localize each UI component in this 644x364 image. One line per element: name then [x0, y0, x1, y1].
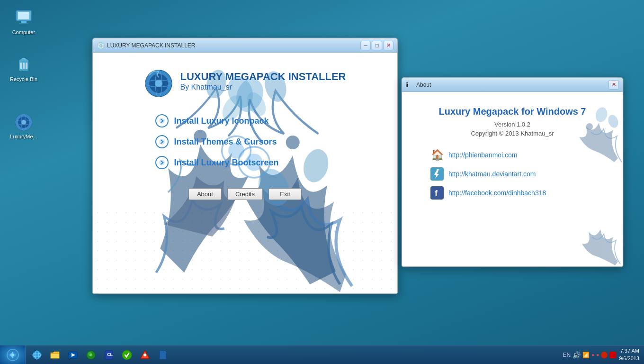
- installer-buttons: About Credits Exit: [188, 188, 302, 200]
- facebook-icon: f: [430, 186, 444, 200]
- recycle-bin-icon: [14, 55, 33, 74]
- start-button[interactable]: [0, 346, 26, 364]
- svg-text:f: f: [435, 189, 438, 198]
- luxury-label: LuxuryMe...: [10, 134, 37, 139]
- svg-point-55: [122, 350, 132, 360]
- installer-app-subtitle: By Khatmau_sr: [180, 83, 346, 91]
- exit-button[interactable]: Exit: [268, 188, 302, 200]
- taskbar-icon-text[interactable]: CL: [100, 346, 117, 364]
- taskbar-date: 9/6/2013: [619, 355, 639, 362]
- taskbar: CL: [0, 345, 644, 364]
- desktop-icon-computer[interactable]: Computer: [5, 5, 43, 39]
- computer-icon: [14, 9, 33, 27]
- taskbar-icon-orb[interactable]: [82, 346, 99, 364]
- desktop-icon-recycle-bin[interactable]: Recycle Bin: [5, 52, 43, 86]
- svg-rect-7: [23, 63, 25, 69]
- install-bootscreen-item[interactable]: Install Luxury Bootscreen: [155, 156, 335, 169]
- desktop-icon-luxury[interactable]: LuxuryMe...: [5, 109, 43, 143]
- taskbar-battery-red: ●: [591, 352, 594, 357]
- installer-content: LUXURY MEGAPACK INSTALLER By Khatmau_sr …: [93, 53, 397, 293]
- taskbar-extra2[interactable]: [609, 352, 616, 358]
- computer-label: Computer: [12, 29, 35, 35]
- installer-window-controls: ─ □ ✕: [360, 41, 394, 50]
- about-floral-bottom-right: [561, 205, 623, 266]
- taskbar-icon-red[interactable]: [136, 346, 153, 364]
- about-link-facebook[interactable]: http://facebook.com/dinhbach318: [448, 189, 546, 197]
- deviantart-icon: [430, 167, 444, 181]
- installer-titlebar[interactable]: 💿 LUXURY MEGAPACK INSTALLER ─ □ ✕: [93, 38, 397, 53]
- svg-text:CL: CL: [107, 352, 113, 357]
- svg-point-11: [21, 120, 26, 125]
- about-link-deviantart[interactable]: http://khatmau.deviantart.com: [448, 170, 536, 178]
- svg-rect-2: [21, 21, 27, 23]
- install-bootscreen-arrow: [155, 156, 169, 169]
- about-link-row-phienbanmoi: 🏠 http://phienbanmoi.com: [430, 148, 518, 162]
- about-close-button[interactable]: ✕: [608, 80, 619, 90]
- about-links: 🏠 http://phienbanmoi.com http://khatmau.…: [411, 148, 613, 200]
- luxury-icon: [14, 113, 33, 132]
- about-link-row-deviantart: http://khatmau.deviantart.com: [430, 167, 536, 181]
- svg-rect-8: [26, 63, 27, 69]
- installer-logo: [144, 67, 173, 95]
- taskbar-icon-green[interactable]: [118, 346, 135, 364]
- install-themes-label: Install Themes & Cursors: [174, 137, 277, 147]
- installer-menu: Install Luxury Iconpack Install Themes &…: [155, 114, 335, 169]
- about-copyright: Copyright © 2013 Khatmau_sr: [411, 130, 613, 137]
- about-window-controls: ✕: [608, 80, 619, 90]
- about-title-icon: ℹ: [406, 81, 413, 89]
- installer-title-block: LUXURY MEGAPACK INSTALLER By Khatmau_sr: [180, 71, 346, 91]
- taskbar-icon-media[interactable]: [64, 346, 81, 364]
- about-product-title: Luxury Megapack for Windows 7: [411, 106, 613, 117]
- recycle-bin-label: Recycle Bin: [10, 76, 37, 82]
- taskbar-sound-icon[interactable]: 🔊: [572, 351, 581, 359]
- svg-point-33: [159, 118, 165, 124]
- svg-rect-3: [19, 23, 28, 24]
- install-iconpack-item[interactable]: Install Luxury Iconpack: [155, 114, 335, 127]
- home-icon: 🏠: [430, 148, 444, 162]
- installer-app-title: LUXURY MEGAPACK INSTALLER: [180, 71, 346, 83]
- svg-point-58: [143, 354, 146, 356]
- installer-main-content: LUXURY MEGAPACK INSTALLER By Khatmau_sr …: [93, 53, 397, 293]
- install-iconpack-arrow: [155, 114, 169, 127]
- desktop: Computer Recycle Bin LuxuryMe..: [0, 0, 644, 364]
- installer-minimize-button[interactable]: ─: [360, 41, 371, 50]
- about-title-text: About: [416, 82, 608, 88]
- taskbar-sys-tray: EN 🔊 📶 ● ●: [563, 351, 616, 359]
- install-iconpack-label: Install Luxury Iconpack: [174, 116, 269, 126]
- installer-title-icon: 💿: [97, 42, 104, 49]
- taskbar-extra1[interactable]: [601, 352, 608, 358]
- about-content: Luxury Megapack for Windows 7 Version 1.…: [402, 92, 623, 266]
- about-version: Version 1.0.2: [411, 121, 613, 128]
- about-button[interactable]: About: [188, 188, 222, 200]
- about-link-row-facebook: f http://facebook.com/dinhbach318: [430, 186, 546, 200]
- installer-title-text: LUXURY MEGAPACK INSTALLER: [107, 42, 360, 49]
- taskbar-icon-ie[interactable]: [28, 346, 45, 364]
- install-bootscreen-label: Install Luxury Bootscreen: [174, 158, 279, 168]
- svg-rect-1: [18, 12, 29, 19]
- svg-point-52: [89, 354, 92, 356]
- credits-button[interactable]: Credits: [227, 188, 263, 200]
- svg-rect-6: [20, 63, 22, 69]
- taskbar-network-icon[interactable]: 📶: [582, 352, 590, 358]
- install-themes-arrow: [155, 135, 169, 148]
- about-window: ℹ About ✕: [402, 77, 623, 267]
- taskbar-icons: CL: [26, 346, 174, 364]
- installer-window: 💿 LUXURY MEGAPACK INSTALLER ─ □ ✕: [92, 38, 398, 294]
- about-link-phienbanmoi[interactable]: http://phienbanmoi.com: [448, 151, 518, 159]
- taskbar-right: EN 🔊 📶 ● ● 7:37 AM 9/6/2013: [563, 347, 644, 362]
- taskbar-battery-red2: ●: [596, 352, 599, 357]
- installer-header: LUXURY MEGAPACK INSTALLER By Khatmau_sr: [144, 67, 346, 95]
- taskbar-language[interactable]: EN: [563, 352, 571, 358]
- taskbar-icon-file[interactable]: [154, 346, 171, 364]
- svg-point-35: [159, 160, 165, 165]
- taskbar-clock[interactable]: 7:37 AM 9/6/2013: [619, 347, 639, 362]
- installer-maximize-button[interactable]: □: [372, 41, 382, 50]
- install-themes-item[interactable]: Install Themes & Cursors: [155, 135, 335, 148]
- about-inner: Luxury Megapack for Windows 7 Version 1.…: [411, 106, 613, 200]
- svg-point-43: [11, 354, 14, 356]
- about-titlebar[interactable]: ℹ About ✕: [402, 78, 623, 92]
- taskbar-time: 7:37 AM: [619, 347, 639, 355]
- svg-point-30: [155, 80, 162, 87]
- installer-close-button[interactable]: ✕: [383, 41, 394, 50]
- taskbar-icon-folder[interactable]: [46, 346, 63, 364]
